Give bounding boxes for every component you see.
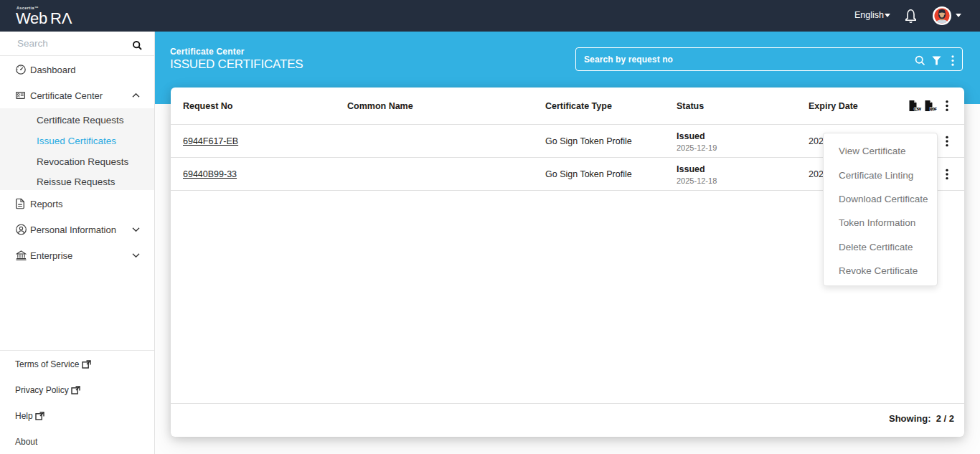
svg-text:PDF: PDF	[930, 108, 937, 111]
svg-text:CSV: CSV	[914, 108, 922, 111]
